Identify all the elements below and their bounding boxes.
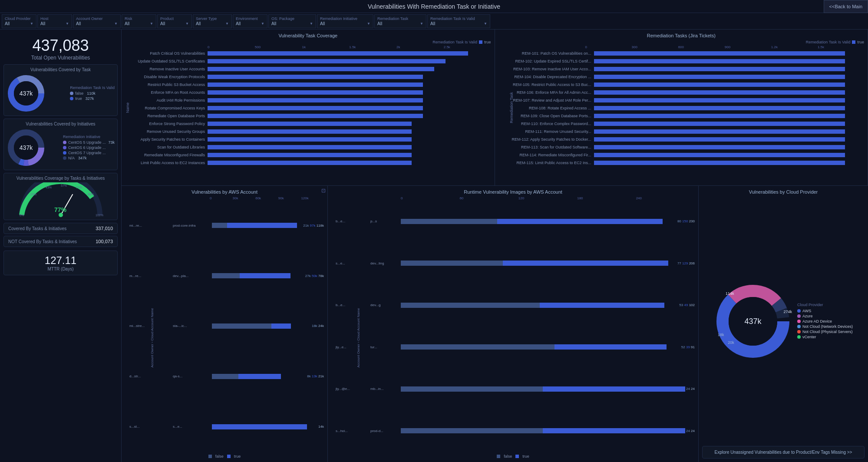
vtc-bar-fill bbox=[208, 114, 423, 118]
aws-legend: false true bbox=[125, 454, 324, 459]
vtc-bar-track: 1.8k bbox=[208, 145, 491, 149]
filter-host[interactable]: Host All ▼ bbox=[37, 14, 72, 28]
runtime-track-6 bbox=[401, 428, 685, 433]
legend-dot-true bbox=[70, 97, 73, 100]
rt-bar-track: 1.4k bbox=[594, 75, 865, 79]
aws-row-4: d...str... qa-s... 8k 13k 21k bbox=[129, 373, 324, 380]
cloud-label-vcenter-text: vCenter bbox=[802, 335, 816, 339]
cloud-label-not-cloud-phys-text: Not Cloud (Physical Servers) bbox=[802, 330, 853, 334]
filter-remediation-task[interactable]: Remediation Task All ▼ bbox=[374, 14, 426, 28]
aws-legend-false: false bbox=[215, 454, 224, 459]
vtc-bar-label: Remove Unused Security Groups bbox=[125, 129, 208, 134]
rt-bar-label: REM-102: Update Expired SSL/TLS Certif..… bbox=[498, 59, 594, 63]
filter-product[interactable]: Product All ▼ bbox=[157, 14, 192, 28]
expand-icon[interactable]: ⊡ bbox=[321, 188, 326, 194]
aws-nums-4: 8k 13k 21k bbox=[307, 374, 324, 378]
vtc-bar-fill bbox=[208, 90, 423, 95]
vtc-bar-label: Restrict Public S3 Bucket Access bbox=[125, 82, 208, 87]
rt-bar-track: 1.4k bbox=[594, 106, 865, 110]
aws-axis: 0 30k 60k 90k 120k bbox=[125, 196, 324, 200]
cloud-provider-title: Vulnerabilities by Cloud Provider bbox=[702, 189, 865, 195]
covered-initiatives-donut: 437k bbox=[7, 128, 46, 167]
vtc-bar-label: Remediate Open Database Ports bbox=[125, 114, 208, 118]
vtc-bar-label: Scan for Outdated Libraries bbox=[125, 145, 208, 149]
rt-bar-fill bbox=[594, 137, 845, 142]
vtc-bar-row: Restrict Public S3 Bucket Access 1.9k bbox=[125, 81, 491, 88]
legend-item-true: true 327k bbox=[70, 96, 115, 101]
filter-risk[interactable]: Risk All ▼ bbox=[122, 14, 156, 28]
runtime-false-5 bbox=[401, 386, 543, 392]
covered-by-initiatives-section: Vulnerabilities Covered by Initiatives 4… bbox=[3, 119, 118, 170]
filter-remediation-initiative[interactable]: Remediation Initiative All ▼ bbox=[317, 14, 373, 28]
covered-by-task-donut: 437k bbox=[7, 74, 46, 113]
aws-false-2 bbox=[212, 273, 240, 278]
rt-bar-fill bbox=[594, 129, 845, 134]
runtime-track-5 bbox=[401, 386, 685, 392]
vtc-bar-track: 1.8k bbox=[208, 153, 491, 157]
centos7-label: CentOS 7 Upgrade ... bbox=[68, 151, 106, 155]
aws-false-1 bbox=[212, 223, 227, 228]
rt-bar-label: REM-104: Disable Deprecated Encryption .… bbox=[498, 75, 594, 79]
filter-os-package[interactable]: OS: Package All ▼ bbox=[268, 14, 316, 28]
filter-server-type[interactable]: Server Type All ▼ bbox=[193, 14, 232, 28]
vtc-axis: 0 500 1k 1.5k 2k 2.5k bbox=[125, 45, 491, 49]
legend-false-label: false bbox=[75, 91, 83, 96]
vtc-bar-fill bbox=[208, 129, 412, 134]
runtime-track-2 bbox=[401, 261, 677, 266]
filter-environment[interactable]: Environment All ▼ bbox=[233, 14, 267, 28]
not-covered-label: NOT Covered By Tasks & Initiatives bbox=[8, 239, 77, 244]
runtime-track-1 bbox=[401, 219, 677, 224]
header: Vulnerabilities With Remediation Task or… bbox=[0, 0, 868, 13]
filter-remediation-task-valid[interactable]: Remediation Task Is Valid All ▼ bbox=[427, 14, 490, 28]
filter-cloud-provider[interactable]: Cloud Provider All ▼ bbox=[2, 14, 36, 28]
aws-row-2: m...re... dev...pla... 27k 50k 78k bbox=[129, 272, 324, 280]
svg-text:71%: 71% bbox=[76, 186, 82, 189]
rt-bar-row: REM-114: Remediate Misconfigured Fir... … bbox=[498, 152, 865, 158]
cloud-donut-center-value: 437k bbox=[744, 317, 761, 326]
rt-bar-row: REM-101: Patch OS Vulnerabilities on... … bbox=[498, 50, 865, 57]
vtc-bar-fill bbox=[208, 51, 468, 56]
runtime-true-6 bbox=[543, 428, 685, 433]
runtime-true-5 bbox=[543, 386, 685, 392]
legend-true-value: 327k bbox=[86, 96, 94, 101]
aws-account-2: dev...pla... bbox=[173, 274, 212, 278]
main-layout: 437,083 Total Open Vulnerabilities Vulne… bbox=[0, 30, 868, 462]
explore-link[interactable]: Explore Unassigned Vulnerabilities due t… bbox=[702, 446, 865, 459]
rt-bar-fill bbox=[594, 90, 845, 95]
aws-rows: mi...re... prod-core-infra 21k 97k 118k … bbox=[125, 201, 324, 452]
runtime-legend-true: true bbox=[522, 454, 529, 459]
runtime-account-4: tur... bbox=[370, 345, 401, 349]
back-button[interactable]: <<Back to Main bbox=[824, 0, 868, 13]
mttr-label: MTTR (Days) bbox=[7, 267, 114, 271]
vtc-bar-fill bbox=[208, 145, 412, 149]
covered-by-task-section: Vulnerabilities Covered by Task 437k Rem… bbox=[3, 64, 118, 116]
gauge-title: Vulnerabilities Coverage by Tasks & Init… bbox=[7, 176, 115, 181]
runtime-owner-1: b...e... bbox=[336, 219, 370, 223]
gauge-container: 0% 29% 43% 57% 71% 86% 100% 77% bbox=[7, 182, 115, 217]
vuln-task-coverage-title: Vulnerability Task Coverage bbox=[125, 33, 491, 38]
aws-true-3 bbox=[271, 323, 291, 329]
vtc-bar-track: 1.9k bbox=[208, 90, 491, 95]
rt-bar-row: REM-110: Enforce Complex Password... 1.4… bbox=[498, 120, 865, 127]
runtime-legend-true-sq bbox=[515, 455, 519, 458]
runtime-row-5: jly...@e... mb...in... 24 24 bbox=[336, 385, 695, 393]
covered-tasks-row: Covered By Tasks & Initiatives 337,010 bbox=[3, 223, 118, 234]
filter-account-owner[interactable]: Account Owner All ▼ bbox=[73, 14, 121, 28]
rt-bar-fill bbox=[594, 106, 845, 110]
rt-bar-row: REM-108: Rotate Expired Access ... 1.4k bbox=[498, 105, 865, 112]
vtc-bar-label: Limit Public Access to EC2 Instances bbox=[125, 161, 208, 165]
cloud-legend-vcenter: vCenter bbox=[797, 335, 853, 339]
runtime-account-1: p...s bbox=[370, 219, 401, 223]
left-panel: 437,083 Total Open Vulnerabilities Vulne… bbox=[0, 30, 122, 462]
vtc-bar-label: Patch Critical OS Vulnerabilities bbox=[125, 51, 208, 56]
rt-bar-label: REM-101: Patch OS Vulnerabilities on... bbox=[498, 51, 594, 56]
aws-row-1: mi...re... prod-core-infra 21k 97k 118k bbox=[129, 221, 324, 229]
rt-bar-track: 1.4k bbox=[594, 122, 865, 126]
aws-account-4: qa-s... bbox=[173, 374, 212, 378]
vtc-bar-track: 2.3k bbox=[208, 51, 491, 56]
svg-text:77%: 77% bbox=[54, 206, 67, 213]
rt-bar-fill bbox=[594, 145, 845, 149]
rt-bar-row: REM-111: Remove Unused Security... 1.4k bbox=[498, 128, 865, 135]
filter-bar: Cloud Provider All ▼ Host All ▼ Account … bbox=[0, 13, 868, 30]
svg-text:29%: 29% bbox=[30, 193, 36, 196]
